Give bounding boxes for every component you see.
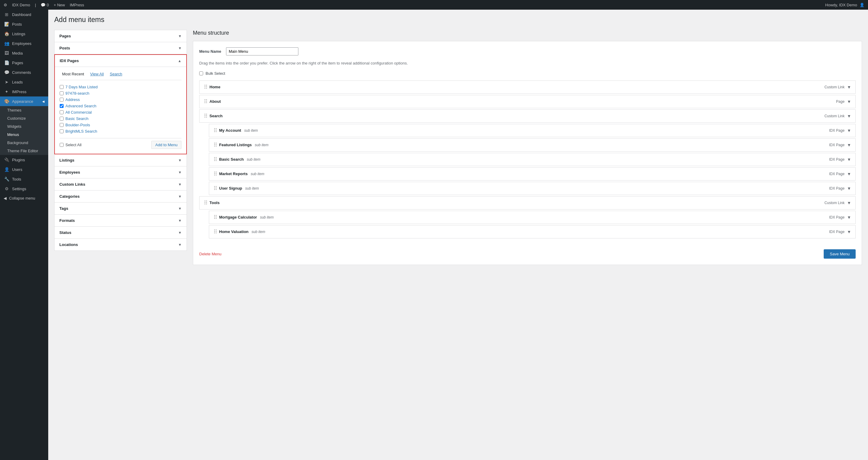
accordion-custom-links-header[interactable]: Custom Links ▼ [55,179,187,190]
sidebar-item-impress[interactable]: ✦ IMPress [0,87,48,96]
menu-item-market-reports-arrow[interactable]: ▼ [847,172,851,176]
checkbox-address-label[interactable]: Address [65,97,80,102]
sidebar-item-users[interactable]: 👤 Users [0,164,48,174]
checkbox-97478-input[interactable] [60,91,64,95]
menu-item-basic-search-left: ⠿ Basic Search sub item [213,156,260,163]
appearance-arrow-icon: ◀ [42,100,44,103]
select-all-checkbox[interactable] [60,143,64,147]
menu-item-tools-arrow[interactable]: ▼ [847,201,851,205]
menu-item-home-valuation-arrow[interactable]: ▼ [847,229,851,234]
admin-bar-impress[interactable]: IMPress [70,3,84,7]
sidebar-item-tools[interactable]: 🔧 Tools [0,174,48,184]
collapse-menu-button[interactable]: ◀ Collapse menu [0,193,48,203]
accordion-employees-header[interactable]: Employees ▼ [55,166,187,178]
add-to-menu-button[interactable]: Add to Menu [151,141,181,149]
drag-handle-icon[interactable]: ⠿ [213,214,217,221]
checkbox-address-input[interactable] [60,98,64,101]
sidebar-item-settings[interactable]: ⚙ Settings [0,184,48,193]
sidebar-item-pages[interactable]: 📄 Pages [0,58,48,67]
sidebar-item-theme-file-editor[interactable]: Theme File Editor [0,147,48,155]
drag-handle-icon[interactable]: ⠿ [204,200,208,206]
menu-item-featured-listings-sub-label: sub item [255,143,268,147]
checkbox-boulder-pools: Boulder-Pools [60,122,181,128]
checkbox-basic-search-input[interactable] [60,117,64,121]
sidebar-item-customize[interactable]: Customize [0,114,48,122]
checkbox-all-commercial-input[interactable] [60,110,64,114]
accordion-locations-header[interactable]: Locations ▼ [55,239,187,250]
drag-handle-icon[interactable]: ⠿ [213,127,217,134]
drag-handle-icon[interactable]: ⠿ [204,98,208,105]
appearance-icon: 🎨 [4,99,10,104]
sidebar-item-themes[interactable]: Themes [0,106,48,114]
checkbox-boulder-pools-input[interactable] [60,123,64,127]
wp-logo-icon[interactable]: ⚙ [4,3,7,7]
checkbox-7days-input[interactable] [60,85,64,89]
menu-item-basic-search-arrow[interactable]: ▼ [847,157,851,162]
sidebar-item-posts[interactable]: 📝 Posts [0,19,48,29]
menu-item-about-arrow[interactable]: ▼ [847,99,851,104]
menu-item-mortgage-calculator-arrow[interactable]: ▼ [847,215,851,220]
bulk-select-checkbox[interactable] [199,71,203,75]
admin-bar-avatar[interactable]: 👤 [860,3,864,7]
tab-most-recent[interactable]: Most Recent [60,70,87,78]
sidebar-item-comments[interactable]: 💬 Comments [0,67,48,77]
drag-handle-icon[interactable]: ⠿ [213,156,217,163]
sidebar-item-media[interactable]: 🖼 Media [0,48,48,58]
menu-item-home-arrow[interactable]: ▼ [847,85,851,90]
admin-bar-comments[interactable]: 💬 0 [41,3,49,7]
menu-item-my-account: ⠿ My Account sub item IDX Page ▼ [209,124,856,137]
sidebar-item-menus[interactable]: Menus [0,130,48,139]
checkbox-brightmls-label[interactable]: BrightMLS Search [65,129,97,133]
save-menu-button[interactable]: Save Menu [824,249,856,258]
accordion-idxpages-header[interactable]: IDX Pages ▲ [55,55,186,67]
drag-handle-icon[interactable]: ⠿ [204,84,208,90]
accordion-tags-header[interactable]: Tags ▼ [55,203,187,214]
accordion-posts-header[interactable]: Posts ▼ [55,42,187,54]
checkbox-advanced-search-input[interactable] [60,104,64,108]
drag-handle-icon[interactable]: ⠿ [213,185,217,192]
drag-handle-icon[interactable]: ⠿ [204,113,208,119]
bulk-select-label[interactable]: Bulk Select [206,71,225,76]
sidebar-item-listings[interactable]: 🏠 Listings [0,29,48,38]
accordion-formats-header[interactable]: Formats ▼ [55,215,187,226]
checkbox-boulder-pools-label[interactable]: Boulder-Pools [65,123,90,127]
plugins-icon: 🔌 [4,157,10,162]
themes-label: Themes [7,108,22,113]
checkbox-all-commercial-label[interactable]: All Commercial [65,110,92,115]
accordion-listings-header[interactable]: Listings ▼ [55,154,187,166]
accordion-categories-header[interactable]: Categories ▼ [55,190,187,202]
menu-item-featured-listings-arrow[interactable]: ▼ [847,143,851,147]
menu-name-row: Menu Name [199,47,856,56]
checkbox-7days-label[interactable]: 7 Days Max Listed [65,85,98,89]
tab-search[interactable]: Search [107,70,124,78]
sidebar-item-appearance[interactable]: 🎨 Appearance ◀ [0,96,48,106]
menu-item-my-account-arrow[interactable]: ▼ [847,128,851,133]
menu-item-user-signup-arrow[interactable]: ▼ [847,186,851,191]
sidebar-item-widgets[interactable]: Widgets [0,122,48,130]
drag-handle-icon[interactable]: ⠿ [213,171,217,177]
drag-handle-icon[interactable]: ⠿ [213,142,217,148]
checkbox-97478-label[interactable]: 97478-search [65,91,90,96]
drag-handle-icon[interactable]: ⠿ [213,228,217,235]
tab-view-all[interactable]: View All [88,70,106,78]
checkbox-advanced-search-label[interactable]: Advanced Search [65,104,96,108]
select-all-label[interactable]: Select All [60,143,82,147]
sidebar-item-dashboard[interactable]: ⊞ Dashboard [0,10,48,19]
admin-bar-new[interactable]: + New [54,3,65,7]
delete-menu-link[interactable]: Delete Menu [199,252,221,256]
menu-item-basic-search-header: ⠿ Basic Search sub item IDX Page ▼ [209,153,855,166]
sidebar-item-background[interactable]: Background [0,139,48,147]
checkbox-basic-search-label[interactable]: Basic Search [65,116,89,121]
accordion-status-header[interactable]: Status ▼ [55,227,187,239]
menu-name-input[interactable] [226,47,299,56]
sidebar-item-plugins[interactable]: 🔌 Plugins [0,155,48,164]
accordion-status-label: Status [59,230,71,235]
accordion-pages-header[interactable]: Pages ▼ [55,30,187,42]
admin-bar-site-name[interactable]: IDX Demo [12,3,30,7]
sidebar-item-employees[interactable]: 👥 Employees [0,38,48,48]
menu-name-label: Menu Name [199,49,221,54]
theme-file-editor-label: Theme File Editor [7,149,38,153]
sidebar-item-leads[interactable]: ➤ Leads [0,77,48,87]
checkbox-brightmls-input[interactable] [60,129,64,133]
menu-item-search-arrow[interactable]: ▼ [847,114,851,119]
